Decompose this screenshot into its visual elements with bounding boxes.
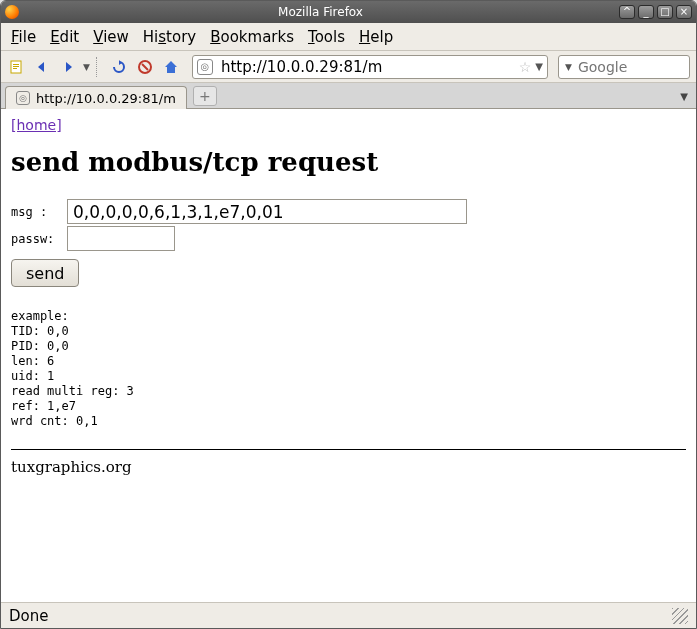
firefox-icon: [5, 5, 19, 19]
search-bar[interactable]: G ▼ 🔍: [558, 55, 690, 79]
shade-button[interactable]: ^: [619, 5, 635, 19]
svg-rect-2: [13, 66, 19, 67]
search-input[interactable]: [576, 58, 697, 76]
menu-help[interactable]: Help: [359, 28, 393, 46]
page-footer: tuxgraphics.org: [11, 458, 686, 476]
stop-icon: [138, 60, 152, 74]
tab-bar: ◎ http://10.0.0.29:81/m + ▼: [1, 83, 696, 109]
menu-tools[interactable]: Tools: [308, 28, 345, 46]
tab-favicon: ◎: [16, 91, 30, 105]
tab-list-dropdown-icon[interactable]: ▼: [680, 91, 688, 102]
svg-line-5: [142, 64, 148, 70]
new-tab-button-tabbar[interactable]: +: [193, 86, 217, 106]
passw-input[interactable]: [67, 226, 175, 251]
page-heading: send modbus/tcp request: [11, 147, 686, 177]
page-favicon: ◎: [197, 59, 213, 75]
back-button[interactable]: [31, 56, 53, 78]
minimize-button[interactable]: _: [638, 5, 654, 19]
msg-input[interactable]: [67, 199, 467, 224]
arrow-right-icon: [60, 59, 76, 75]
menu-history[interactable]: History: [143, 28, 196, 46]
titlebar: Mozilla Firefox ^ _ □ ×: [1, 1, 696, 23]
msg-label: msg :: [11, 205, 67, 219]
url-input[interactable]: [219, 57, 515, 77]
example-text: example: TID: 0,0 PID: 0,0 len: 6 uid: 1…: [11, 309, 686, 429]
home-link[interactable]: [home]: [11, 117, 62, 133]
send-button[interactable]: send: [11, 259, 79, 287]
tab-label: http://10.0.0.29:81/m: [36, 91, 176, 106]
menu-view[interactable]: View: [93, 28, 129, 46]
history-dropdown-icon[interactable]: ▼: [83, 62, 90, 72]
stop-button[interactable]: [134, 56, 156, 78]
passw-label: passw:: [11, 232, 67, 246]
search-engine-dropdown-icon[interactable]: ▼: [565, 62, 572, 72]
reload-button[interactable]: [108, 56, 130, 78]
home-icon: [163, 59, 179, 75]
resize-grip[interactable]: [672, 608, 688, 624]
page-content: [home] send modbus/tcp request msg : pas…: [1, 109, 696, 602]
toolbar-separator: [96, 57, 102, 77]
new-tab-button[interactable]: [5, 56, 27, 78]
window-title: Mozilla Firefox: [25, 5, 616, 19]
url-bar[interactable]: ◎ ☆ ▼: [192, 55, 548, 79]
tab-active[interactable]: ◎ http://10.0.0.29:81/m: [5, 86, 187, 109]
menu-bookmarks[interactable]: Bookmarks: [210, 28, 294, 46]
browser-window: Mozilla Firefox ^ _ □ × File Edit View H…: [0, 0, 697, 629]
svg-rect-1: [13, 64, 19, 65]
menu-edit[interactable]: Edit: [50, 28, 79, 46]
status-bar: Done: [1, 602, 696, 628]
home-button[interactable]: [160, 56, 182, 78]
url-dropdown-icon[interactable]: ▼: [535, 61, 543, 72]
arrow-left-icon: [34, 59, 50, 75]
document-icon: [8, 59, 24, 75]
menubar: File Edit View History Bookmarks Tools H…: [1, 23, 696, 51]
horizontal-rule: [11, 449, 686, 450]
forward-button[interactable]: [57, 56, 79, 78]
reload-icon: [111, 59, 127, 75]
bookmark-star-icon[interactable]: ☆: [519, 59, 532, 75]
svg-rect-3: [13, 68, 17, 69]
maximize-button[interactable]: □: [657, 5, 673, 19]
status-text: Done: [9, 607, 48, 625]
navigation-toolbar: ▼ ◎ ☆ ▼ G ▼ 🔍: [1, 51, 696, 83]
close-button[interactable]: ×: [676, 5, 692, 19]
menu-file[interactable]: File: [11, 28, 36, 46]
